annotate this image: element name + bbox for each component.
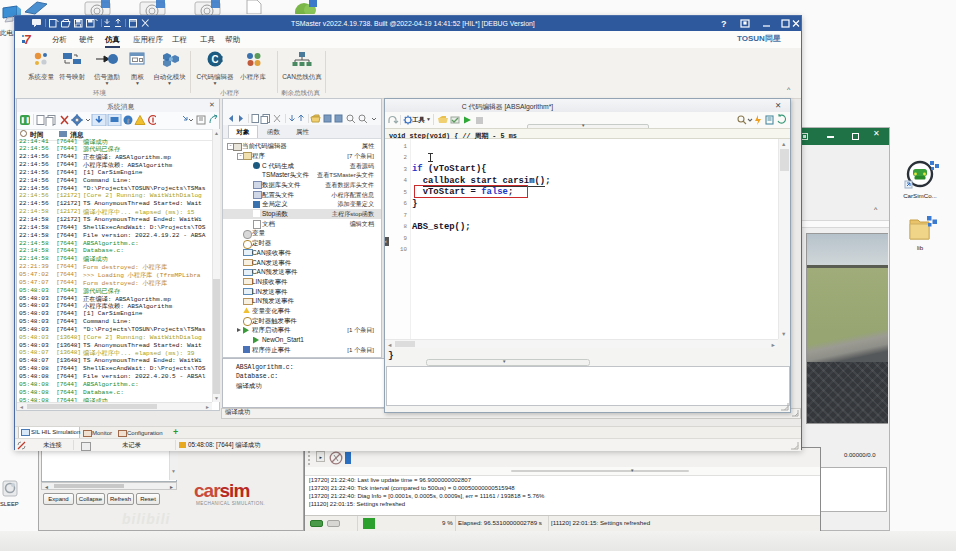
svg-text:C: C — [211, 54, 218, 65]
svg-text:?: ? — [721, 19, 727, 29]
